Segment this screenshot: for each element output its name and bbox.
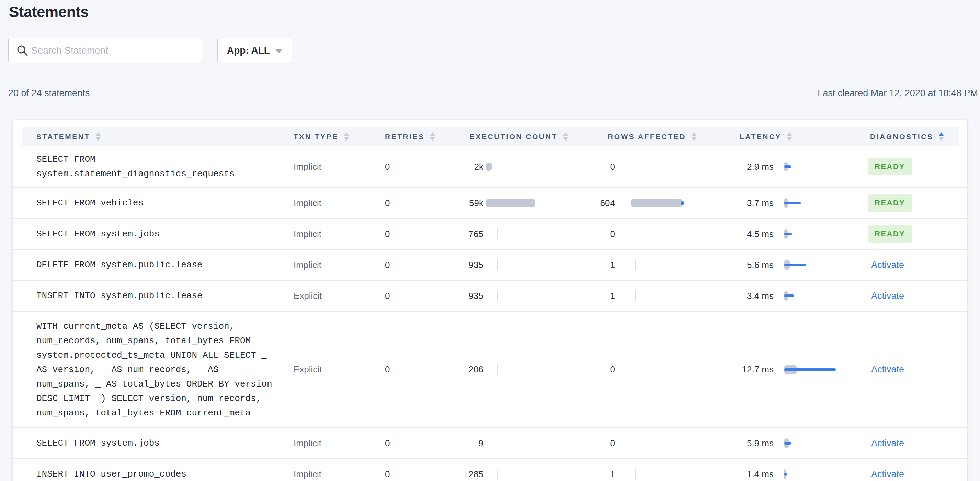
column-header-label: TXN TYPE [294,133,339,141]
latency-value: 12.7 ms [732,312,774,427]
rows-affected-viz [631,312,703,427]
statement-link[interactable]: SELECT FROM system.jobs [37,227,273,241]
execution-count-viz [486,219,558,249]
txn-type-value: Implicit [294,188,362,218]
statement-link[interactable]: INSERT INTO user_promo_codes [37,467,273,481]
rows-affected-viz-area [631,281,703,311]
latency-value: 3.7 ms [732,188,774,218]
diagnostics-cell: Activate [868,312,957,427]
table-row: SELECT FROM system.jobsImplicit0905.9 ms… [13,428,968,459]
latency-viz [784,281,846,311]
column-header-latency[interactable]: LATENCY [740,127,792,146]
column-header-retries[interactable]: RETRIES [385,127,435,146]
latency-value: 3.4 ms [732,281,774,311]
diagnostics-activate-link[interactable]: Activate [871,438,904,449]
statement-cell: SELECT FROM system.jobs [37,428,273,458]
statement-link[interactable]: SELECT FROM vehicles [37,196,273,210]
diagnostics-activate-link[interactable]: Activate [871,291,904,301]
rows-affected-viz-area [631,188,703,218]
sort-down-icon [344,137,349,141]
execution-count-viz [486,312,558,427]
latency-viz-area [784,281,846,311]
execution-count-value: 9 [449,428,484,458]
rows-affected-viz [631,250,703,280]
rows-affected-value: 1 [581,281,615,311]
execution-count-value: 935 [449,250,484,280]
latency-viz-area [784,219,846,249]
rows-affected-viz-area [631,146,703,187]
sort-arrows-icon [563,132,568,141]
txn-type-value: Implicit [294,146,362,187]
latency-viz-area [784,312,846,427]
app-filter-button[interactable]: App: ALL [217,38,292,63]
diagnostics-activate-link[interactable]: Activate [871,260,904,271]
sort-up-icon [96,132,100,136]
rows-affected-value: 0 [581,219,615,249]
statement-cell: SELECT FROM system.jobs [37,219,273,249]
statement-link[interactable]: WITH current_meta AS (SELECT version, nu… [37,319,273,420]
diagnostics-cell: Activate [868,281,957,311]
execution-count-viz-area [486,312,558,427]
rows-affected-viz [631,459,703,481]
latency-mean-bar [784,473,787,476]
rows-affected-value: 604 [581,188,615,218]
latency-value: 4.5 ms [732,219,774,249]
txn-type-value: Implicit [294,459,362,481]
diagnostics-activate-link[interactable]: Activate [871,364,904,375]
diagnostics-ready-badge: READY [868,194,912,212]
sort-down-icon [692,137,696,141]
column-header-diag[interactable]: DIAGNOSTICS [870,127,943,146]
execution-count-viz [486,428,558,458]
column-header-label: DIAGNOSTICS [870,133,933,141]
latency-viz [784,188,846,218]
rows-affected-tick [635,260,636,271]
execution-count-viz [486,459,558,481]
statement-link[interactable]: SELECT FROM system.statement_diagnostics… [37,152,273,181]
execution-count-value: 59k [449,188,484,218]
page-title: Statements [9,3,89,21]
column-header-txn[interactable]: TXN TYPE [294,127,349,146]
sort-arrows-icon [787,132,792,141]
retries-value: 0 [385,312,426,427]
retries-value: 0 [385,459,426,481]
rows-affected-viz [631,428,703,458]
execution-count-viz [486,146,558,187]
retries-value: 0 [385,146,426,187]
retries-value: 0 [385,428,426,458]
diagnostics-cell: Activate [868,250,957,280]
column-header-statement[interactable]: STATEMENT [37,127,100,146]
execution-count-viz [486,281,558,311]
sort-arrows-icon [430,132,435,141]
results-count: 20 of 24 statements [8,88,90,99]
column-header-exec[interactable]: EXECUTION COUNT [470,127,568,146]
caret-down-icon [275,49,283,53]
execution-count-viz-area [486,459,558,481]
table-row: INSERT INTO system.public.leaseExplicit0… [13,281,968,312]
statement-link[interactable]: DELETE FROM system.public.lease [37,258,273,272]
sort-down-icon [430,137,435,141]
execution-count-tick [497,291,498,301]
retries-value: 0 [385,219,426,249]
search-statement-box [8,38,202,63]
execution-count-viz-area [486,250,558,280]
diagnostics-activate-link[interactable]: Activate [871,469,904,479]
rows-affected-bar [631,199,682,207]
search-input[interactable] [8,38,202,63]
statement-cell: WITH current_meta AS (SELECT version, nu… [37,312,273,427]
column-header-rows[interactable]: ROWS AFFECTED [608,127,696,146]
table-header: STATEMENTTXN TYPERETRIESEXECUTION COUNTR… [22,127,959,146]
execution-count-tick [497,469,498,479]
sort-down-icon [563,137,568,141]
statement-cell: INSERT INTO system.public.lease [37,281,273,311]
table-row: SELECT FROM vehiclesImplicit059k6043.7 m… [13,188,968,219]
rows-affected-value: 1 [581,250,615,280]
sort-arrows-icon [692,132,696,141]
latency-mean-bar [784,165,791,168]
rows-affected-viz [631,146,703,187]
diagnostics-cell: Activate [868,459,957,481]
latency-value: 2.9 ms [732,146,774,187]
statement-link[interactable]: SELECT FROM system.jobs [37,436,273,451]
txn-type-value: Implicit [294,428,362,458]
statement-link[interactable]: INSERT INTO system.public.lease [37,288,273,303]
rows-affected-viz [631,219,703,249]
